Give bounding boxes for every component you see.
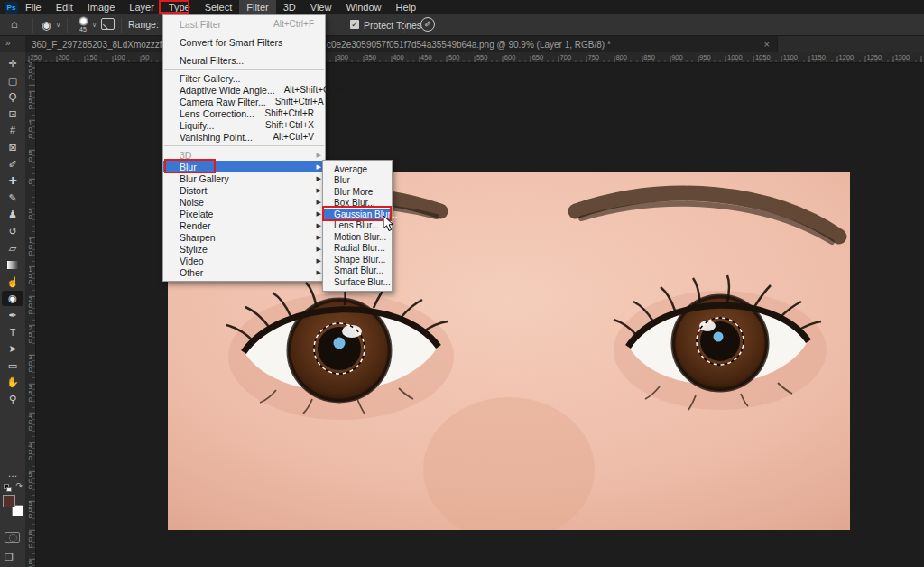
blur-submenu-item-blur-more[interactable]: Blur More xyxy=(323,186,392,198)
vertical-ruler[interactable]: 2001501005005010015020025030035040045050… xyxy=(25,63,36,567)
brush-tool[interactable]: ✎ xyxy=(2,191,23,206)
blur-submenu-item-lens-blur[interactable]: Lens Blur... xyxy=(323,220,392,232)
menu-item-shortcut: Alt+Ctrl+F xyxy=(273,19,314,29)
filter-menu-item-sharpen[interactable]: Sharpen▶ xyxy=(163,231,325,243)
filter-menu-item-blur[interactable]: Blur▶ xyxy=(163,161,325,172)
filter-menu-item-render[interactable]: Render▶ xyxy=(163,219,325,231)
rectangle-tool[interactable]: ▭ xyxy=(2,358,23,374)
more-tools-button[interactable]: … xyxy=(2,466,23,481)
filter-menu-item-pixelate[interactable]: Pixelate▶ xyxy=(163,208,325,219)
menu-item-shortcut: Alt+Ctrl+V xyxy=(273,132,314,142)
ruler-label: 350 xyxy=(365,53,376,61)
menubar-item-view[interactable]: View xyxy=(303,0,339,14)
dodge-tool[interactable]: ◉ xyxy=(2,291,23,306)
menubar-item-file[interactable]: File xyxy=(18,0,49,14)
menubar-item-3d[interactable]: 3D xyxy=(276,0,303,14)
brush-preview-icon xyxy=(79,16,88,26)
crop-tool[interactable]: # xyxy=(2,123,23,138)
filter-menu-item-vanishing-point[interactable]: Vanishing Point...Alt+Ctrl+V xyxy=(163,131,325,143)
history-brush-tool[interactable]: ↺ xyxy=(2,224,23,239)
filter-menu-item-stylize[interactable]: Stylize▶ xyxy=(163,243,325,255)
filter-menu-item-liquify[interactable]: Liquify...Shift+Ctrl+X xyxy=(163,119,325,131)
quick-mask-button[interactable] xyxy=(5,532,20,543)
filter-menu-item-blur-gallery[interactable]: Blur Gallery▶ xyxy=(163,172,325,184)
filter-menu-item-last-filter[interactable]: Last FilterAlt+Ctrl+F xyxy=(163,18,325,30)
blur-submenu-item-gaussian-blur[interactable]: Gaussian Blur... xyxy=(323,209,392,220)
filter-menu-item-filter-gallery[interactable]: Filter Gallery... xyxy=(163,72,325,84)
filter-menu-item-convert-for-smart-filters[interactable]: Convert for Smart Filters xyxy=(163,36,325,48)
filter-menu-item-distort[interactable]: Distort▶ xyxy=(163,184,325,196)
filter-menu-item-3d[interactable]: 3D▶ xyxy=(163,149,325,161)
filter-menu-item-video[interactable]: Video▶ xyxy=(163,255,325,266)
smudge-tool[interactable]: ☝ xyxy=(2,274,23,290)
blur-submenu-item-motion-blur[interactable]: Motion Blur... xyxy=(323,231,392,243)
chevron-down-icon[interactable]: ∨ xyxy=(92,22,97,29)
type-tool[interactable]: T xyxy=(2,325,23,340)
menu-item-shortcut: Shift+Ctrl+A xyxy=(275,97,324,107)
menubar-item-image[interactable]: Image xyxy=(80,0,123,14)
filter-menu-item-neural-filters[interactable]: Neural Filters... xyxy=(163,54,325,66)
blur-submenu-item-average[interactable]: Average xyxy=(323,163,392,175)
menubar-item-filter[interactable]: Filter xyxy=(239,0,275,14)
blur-submenu-item-blur[interactable]: Blur xyxy=(323,175,392,187)
menu-item-label: Filter Gallery... xyxy=(180,73,314,84)
eyedropper-tool[interactable]: ✐ xyxy=(2,157,23,172)
blur-submenu-item-shape-blur[interactable]: Shape Blur... xyxy=(323,254,392,265)
left-brush-dab xyxy=(334,338,346,349)
mini-background-icon[interactable] xyxy=(6,487,12,492)
airbrush-icon[interactable]: ✐ xyxy=(420,17,435,32)
menubar-item-layer[interactable]: Layer xyxy=(122,0,162,14)
ruler-label: 850 xyxy=(643,53,655,61)
eraser-tool[interactable]: ▱ xyxy=(2,241,23,256)
tab-close-icon[interactable]: × xyxy=(764,39,770,50)
ruler-label: 1200 xyxy=(839,53,855,61)
blur-submenu-item-smart-blur[interactable]: Smart Blur... xyxy=(323,265,392,277)
brush-preset-picker[interactable]: 45 xyxy=(74,16,92,33)
menubar-item-type[interactable]: Type xyxy=(162,0,198,14)
filter-menu-item-noise[interactable]: Noise▶ xyxy=(163,196,325,208)
filter-menu-item-camera-raw-filter[interactable]: Camera Raw Filter...Shift+Ctrl+A xyxy=(163,96,325,107)
move-tool[interactable]: ✛ xyxy=(2,56,23,71)
ruler-label: 150 xyxy=(26,266,34,285)
filter-menu-item-other[interactable]: Other▶ xyxy=(163,266,325,278)
blur-submenu-item-box-blur[interactable]: Box Blur... xyxy=(323,198,392,209)
document-tab[interactable]: 360_F_297285203_8LdXmozzzfuMh1nQ c0e2e30… xyxy=(25,36,778,52)
blur-submenu-item-radial-blur[interactable]: Radial Blur... xyxy=(323,243,392,255)
rectangular-marquee-tool[interactable]: ▢ xyxy=(2,73,23,88)
gradient-tool[interactable] xyxy=(2,257,23,273)
menubar-item-window[interactable]: Window xyxy=(338,0,388,14)
menubar-item-edit[interactable]: Edit xyxy=(49,0,80,14)
ruler-label: 250 xyxy=(26,325,34,344)
ruler-label: 100 xyxy=(114,53,125,61)
menu-item-label: Other xyxy=(180,267,314,278)
blur-submenu-item-surface-blur[interactable]: Surface Blur... xyxy=(323,276,392,288)
tab-overflow-chevrons[interactable]: » xyxy=(5,38,11,48)
path-selection-tool[interactable]: ➤ xyxy=(2,341,23,357)
filter-menu-item-lens-correction[interactable]: Lens Correction...Shift+Ctrl+R xyxy=(163,107,325,119)
brush-settings-panel-icon[interactable] xyxy=(101,18,115,30)
swap-colors-icon[interactable]: ↷ xyxy=(15,481,23,490)
current-tool-icon[interactable]: ◉ xyxy=(42,19,51,32)
submenu-arrow-icon: ▶ xyxy=(314,199,321,206)
spot-healing-brush-tool[interactable]: ✚ xyxy=(2,173,23,189)
pen-tool[interactable]: ✒ xyxy=(2,308,23,323)
lasso-tool[interactable]: Ϙ xyxy=(2,89,23,105)
object-selection-tool[interactable]: ⊡ xyxy=(2,107,23,122)
hand-tool[interactable]: ✋ xyxy=(2,375,23,390)
foreground-color-swatch[interactable] xyxy=(3,495,15,507)
frame-tool[interactable]: ⊠ xyxy=(2,140,23,155)
screen-mode-button[interactable]: ❐ xyxy=(5,552,14,563)
ruler-label: 100 xyxy=(26,237,34,256)
filter-menu-item-adaptive-wide-angle[interactable]: Adaptive Wide Angle...Alt+Shift+Ctrl+A xyxy=(163,84,325,96)
home-icon[interactable]: ⌂ xyxy=(11,17,18,31)
horizontal-ruler[interactable]: 2502001501005030035040045050055060065070… xyxy=(25,52,924,63)
chevron-down-icon[interactable]: ∨ xyxy=(56,22,60,29)
menubar-item-select[interactable]: Select xyxy=(198,0,240,14)
clone-stamp-tool[interactable]: ♟ xyxy=(2,207,23,222)
divider xyxy=(404,18,405,33)
zoom-tool[interactable]: ⚲ xyxy=(2,392,23,407)
protect-tones-checkbox[interactable]: ✓ xyxy=(350,20,359,29)
ruler-label: 1150 xyxy=(811,53,826,61)
menubar-item-help[interactable]: Help xyxy=(389,0,424,14)
menu-separator xyxy=(164,69,324,70)
